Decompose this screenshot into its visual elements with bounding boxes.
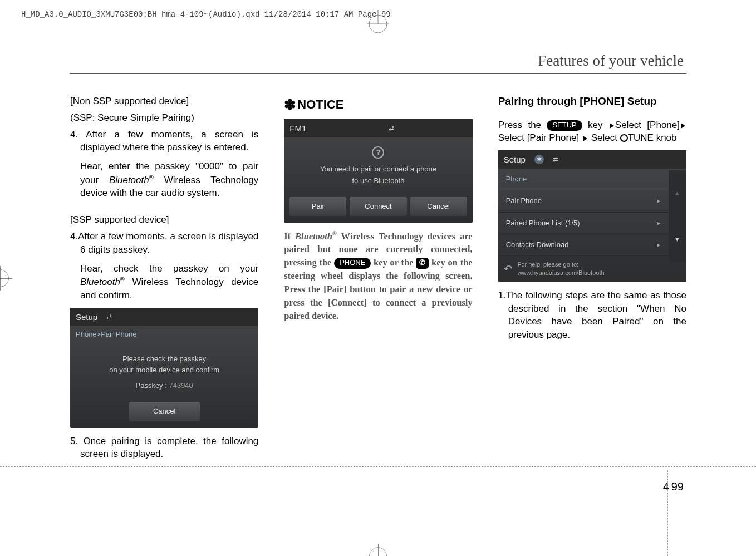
notice-heading: ✽NOTICE bbox=[284, 95, 472, 115]
reg-mark: ® bbox=[332, 230, 337, 237]
screenshot-pair-prompt: FM1 ⇄ ? You need to pair or connect a ph… bbox=[284, 119, 472, 223]
ss-line1: You need to pair or connect a phone bbox=[291, 164, 465, 174]
chevron-right-icon: ▸ bbox=[657, 218, 661, 228]
ss-title-text: FM1 bbox=[289, 122, 306, 134]
triangle-icon bbox=[583, 136, 587, 141]
notice-label: NOTICE bbox=[297, 97, 343, 111]
page-num: 99 bbox=[671, 480, 684, 493]
chapter-num: 4 bbox=[663, 480, 669, 493]
reg-mark: ® bbox=[120, 275, 125, 282]
reg-mark: ® bbox=[149, 174, 154, 180]
question-icon: ? bbox=[372, 146, 384, 159]
car-icon: ⇄ bbox=[553, 155, 558, 164]
screenshot-passkey: Setup ⇄ Phone>Pair Phone Please check th… bbox=[70, 308, 258, 428]
print-header: H_MD_A3.0_AUDIO_3XMU7G3E00:BH hma 4-109~… bbox=[21, 10, 391, 19]
text: Select [Pair Phone] bbox=[498, 132, 582, 143]
scroll-down-button[interactable]: ▾ bbox=[669, 217, 686, 262]
heading-non-ssp: [Non SSP supported device] bbox=[70, 95, 258, 108]
tune-knob-icon bbox=[620, 134, 628, 142]
cancel-button[interactable]: Cancel bbox=[410, 197, 467, 216]
step-4-ssp-cont: Hear, check the passkey on your Bluetoot… bbox=[70, 262, 258, 302]
help-l1: For help, please go to: bbox=[518, 261, 578, 268]
ss-titlebar: Setup ⇄ bbox=[70, 308, 258, 326]
label: Pair Phone bbox=[506, 196, 542, 206]
text: If bbox=[284, 230, 295, 241]
subheading-ssp-def: (SSP: Secure Simple Pairing) bbox=[70, 111, 258, 125]
column-3: Pairing through [PHONE] Setup Press the … bbox=[498, 95, 686, 466]
ss-line1: Please check the passkey bbox=[77, 354, 252, 364]
menu-paired-list[interactable]: Paired Phone List (1/5)▸ bbox=[498, 213, 669, 234]
menu-contacts-dl[interactable]: Contacts Download▸ bbox=[498, 234, 669, 256]
text: Press the bbox=[498, 120, 547, 130]
ss-body: ? You need to pair or connect a phone to… bbox=[284, 137, 472, 193]
ss-title-text: Setup bbox=[76, 311, 97, 323]
notice-body: If Bluetooth® Wireless Technology device… bbox=[284, 229, 472, 323]
bluetooth-word: Bluetooth bbox=[295, 230, 332, 241]
step-5: 5. Once pairing is complete, the followi… bbox=[70, 435, 258, 461]
crop-dash-h bbox=[0, 466, 756, 467]
step-1: 1.The following steps are the same as th… bbox=[498, 289, 686, 342]
title-underline bbox=[70, 73, 686, 74]
text: key bbox=[582, 120, 608, 130]
bluetooth-word: Bluetooth bbox=[109, 175, 149, 185]
text: TUNE knob bbox=[628, 132, 677, 143]
section-title: Features of your vehicle bbox=[538, 52, 684, 70]
text: Select [Phone] bbox=[615, 120, 680, 130]
passkey-label: Passkey : bbox=[135, 381, 169, 390]
triangle-icon bbox=[610, 123, 614, 129]
top-crop-mark bbox=[364, 10, 392, 38]
call-key-icon: ✆ bbox=[416, 258, 429, 269]
car-icon: ⇄ bbox=[106, 312, 112, 322]
instruction-sequence: Press the SETUP key Select [Phone]Select… bbox=[498, 119, 686, 145]
help-l2: www.hyundaiusa.com/Bluetooth bbox=[518, 269, 605, 276]
pair-button[interactable]: Pair bbox=[289, 197, 346, 216]
column-2: ✽NOTICE FM1 ⇄ ? You need to pair or conn… bbox=[284, 95, 472, 466]
scroll-buttons: ▴ ▾ bbox=[669, 170, 686, 262]
menu-pair-phone[interactable]: Pair Phone▸ bbox=[498, 190, 669, 212]
ss-titlebar: Setup ✱ ⇄ bbox=[498, 150, 686, 169]
chevron-right-icon: ▸ bbox=[657, 196, 661, 206]
setup-key-chip: SETUP bbox=[547, 120, 582, 131]
passkey-value: 743940 bbox=[169, 381, 193, 390]
bluetooth-word: Bluetooth bbox=[80, 277, 120, 287]
scroll-up-button[interactable]: ▴ bbox=[669, 170, 686, 216]
menu-phone[interactable]: Phone bbox=[498, 169, 686, 190]
cancel-button[interactable]: Cancel bbox=[129, 402, 200, 421]
ss-breadcrumb: Phone>Pair Phone bbox=[70, 326, 258, 343]
ss-body: Please check the passkey on your mobile … bbox=[70, 343, 258, 399]
connect-button[interactable]: Connect bbox=[350, 197, 406, 216]
column-1: [Non SSP supported device] (SSP: Secure … bbox=[70, 95, 258, 466]
registration-mark-left bbox=[0, 266, 12, 291]
step-4-ssp: 4.After a few moments, a screen is displ… bbox=[70, 230, 258, 257]
label: Paired Phone List (1/5) bbox=[506, 218, 580, 228]
label: Phone bbox=[506, 174, 527, 184]
help-text: For help, please go to: www.hyundaiusa.c… bbox=[518, 260, 605, 278]
screenshot-setup-phone: Setup ✱ ⇄ 1/2 Phone Pair Phone▸ Paired P… bbox=[498, 150, 686, 282]
triangle-icon bbox=[681, 123, 685, 129]
page-number: 499 bbox=[663, 480, 684, 493]
text: Hear, check the passkey on your bbox=[80, 263, 258, 274]
ss-line2: to use Bluetooth bbox=[291, 176, 465, 186]
ss-line2: on your mobile device and confirm bbox=[77, 365, 252, 375]
heading-ssp: [SSP supported device] bbox=[70, 213, 258, 227]
ss-title-text: Setup bbox=[504, 154, 526, 165]
ss-buttons: Pair Connect Cancel bbox=[284, 194, 472, 223]
ss-passkey: Passkey : 743940 bbox=[77, 381, 252, 391]
ss-titlebar: FM1 ⇄ bbox=[284, 119, 472, 137]
heading-phone-setup: Pairing through [PHONE] Setup bbox=[498, 95, 686, 109]
step-4-nonssp: 4. After a few moments, a screen is disp… bbox=[70, 128, 258, 155]
registration-mark-bottom bbox=[366, 544, 390, 556]
car-icon: ⇄ bbox=[389, 124, 394, 133]
label: Contacts Download bbox=[506, 240, 569, 250]
back-icon[interactable]: ↶ bbox=[504, 262, 512, 276]
ss-buttons: Cancel bbox=[70, 398, 258, 427]
text: Select bbox=[591, 132, 620, 143]
phone-key-chip: PHONE bbox=[334, 258, 371, 269]
text: key or the bbox=[371, 257, 416, 268]
ss-footer: ↶ For help, please go to: www.hyundaiusa… bbox=[498, 256, 686, 282]
star-icon: ✽ bbox=[284, 96, 296, 113]
step-4-nonssp-cont: Hear, enter the passkey "0000" to pair y… bbox=[70, 160, 258, 200]
bluetooth-icon: ✱ bbox=[534, 155, 544, 164]
chevron-right-icon: ▸ bbox=[657, 240, 661, 250]
